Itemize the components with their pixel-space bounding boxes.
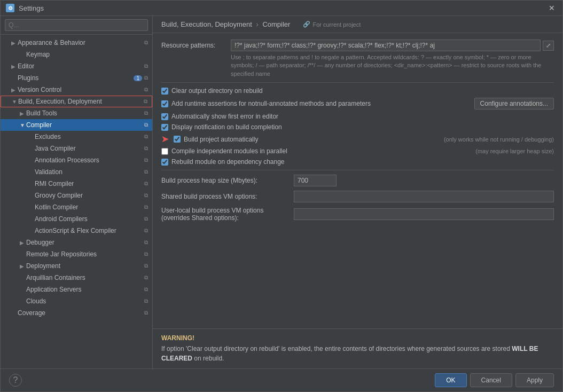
copy-icon: ⧉ (144, 40, 148, 46)
sidebar-item-compiler[interactable]: ▼ Compiler ⧉ (1, 119, 152, 131)
clear-output-checkbox[interactable] (161, 88, 168, 95)
breadcrumb-parent: Build, Execution, Deployment (161, 20, 252, 28)
add-assertions-row: Add runtime assertions for notnull-annot… (161, 98, 554, 109)
cancel-button[interactable]: Cancel (470, 373, 512, 387)
sidebar-item-debugger[interactable]: ▶ Debugger ⧉ (1, 237, 152, 248)
divider-1 (161, 82, 554, 83)
warning-box: WARNING! If option 'Clear output directo… (153, 328, 562, 369)
clear-output-row: Clear output directory on rebuild (161, 87, 554, 95)
shared-vm-row: Shared build process VM options: (161, 191, 554, 202)
sidebar-item-groovy-compiler[interactable]: Groovy Compiler ⧉ (1, 190, 152, 201)
resource-patterns-row: Resource patterns: ⤢ Use ; to separate p… (161, 40, 554, 78)
sidebar-item-deployment[interactable]: ▶ Deployment ⧉ (1, 260, 152, 272)
settings-dialog: ⚙ Settings ✕ ▶ Appearance & Behavior ⧉ (0, 0, 563, 392)
search-box (1, 16, 152, 35)
title-bar-left: ⚙ Settings (6, 4, 44, 12)
rebuild-module-checkbox[interactable] (161, 159, 168, 166)
shared-vm-label: Shared build process VM options: (161, 193, 290, 200)
sidebar-item-excludes[interactable]: Excludes ⧉ (1, 131, 152, 143)
sidebar-item-appearance[interactable]: ▶ Appearance & Behavior ⧉ (1, 37, 152, 49)
sidebar-item-build-tools[interactable]: ▶ Build Tools ⧉ (1, 107, 152, 119)
compile-parallel-label: Compile independent modules in parallel (171, 147, 468, 155)
close-button[interactable]: ✕ (546, 4, 557, 12)
sidebar-item-coverage[interactable]: Coverage ⧉ (1, 307, 152, 319)
sidebar-item-android-compilers[interactable]: Android Compilers ⧉ (1, 213, 152, 225)
right-panel: Build, Execution, Deployment › Compiler … (153, 16, 562, 369)
user-local-vm-input[interactable] (294, 208, 554, 220)
breadcrumb: Build, Execution, Deployment › Compiler (161, 20, 290, 28)
sidebar-item-label: Java Compiler (35, 145, 142, 152)
sidebar-item-build-execution[interactable]: ▼ Build, Execution, Deployment ⧉ (1, 96, 152, 107)
user-local-vm-label: User-local build process VM options (ove… (161, 207, 290, 222)
sidebar-item-label: Application Servers (26, 286, 142, 293)
sidebar-item-plugins[interactable]: Plugins 1 ⧉ (1, 72, 152, 84)
sidebar-item-label: Coverage (18, 309, 142, 317)
sidebar-item-annotation-processors[interactable]: Annotation Processors ⧉ (1, 154, 152, 166)
arrow-icon: ▼ (20, 122, 26, 128)
sidebar-item-clouds[interactable]: Clouds ⧉ (1, 295, 152, 307)
bottom-bar: ? OK Cancel Apply (1, 369, 562, 391)
resource-input-row: ⤢ (231, 40, 554, 51)
app-icon: ⚙ (6, 4, 14, 12)
sidebar-item-label: Editor (18, 62, 142, 70)
heap-size-label: Build process heap size (Mbytes): (161, 177, 290, 184)
heap-size-input[interactable] (294, 175, 337, 186)
warning-text: If option 'Clear output directory on reb… (161, 344, 554, 363)
chain-icon: 🔗 (303, 21, 310, 28)
sidebar-item-label: Excludes (35, 133, 142, 140)
panel-header: Build, Execution, Deployment › Compiler … (153, 16, 562, 33)
sidebar-item-kotlin-compiler[interactable]: Kotlin Compiler ⧉ (1, 201, 152, 213)
warning-title: WARNING! (161, 334, 554, 342)
sidebar-item-label: Build Tools (26, 109, 142, 117)
copy-icon: ⧉ (144, 134, 148, 140)
sidebar-item-java-compiler[interactable]: Java Compiler ⧉ (1, 143, 152, 154)
sidebar-item-remote-jar[interactable]: Remote Jar Repositories ⧉ (1, 248, 152, 260)
main-content: ▶ Appearance & Behavior ⧉ Keymap ▶ Edito… (1, 16, 562, 369)
apply-button[interactable]: Apply (515, 373, 554, 387)
red-arrow-indicator: ➤ (161, 134, 168, 144)
sidebar-item-app-servers[interactable]: Application Servers ⧉ (1, 284, 152, 295)
sidebar-item-label: Debugger (26, 239, 142, 246)
build-auto-note: (only works while not running / debuggin… (444, 136, 554, 143)
sidebar-item-validation[interactable]: Validation ⧉ (1, 166, 152, 178)
copy-icon: ⧉ (144, 157, 148, 163)
copy-icon: ⧉ (144, 145, 148, 152)
add-assertions-label: Add runtime assertions for notnull-annot… (171, 100, 471, 107)
sidebar-item-rmi-compiler[interactable]: RMI Compiler ⧉ (1, 178, 152, 190)
search-input[interactable] (5, 19, 148, 31)
sidebar-item-arquillian[interactable]: Arquillian Containers ⧉ (1, 272, 152, 284)
copy-icon: ⧉ (144, 204, 148, 210)
for-project-label: For current project (312, 21, 361, 28)
display-notification-row: Display notification on build completion (161, 123, 554, 131)
sidebar-item-keymap[interactable]: Keymap (1, 49, 152, 60)
display-notification-checkbox[interactable] (161, 124, 168, 131)
compile-parallel-checkbox[interactable] (161, 148, 168, 155)
sidebar-item-label: Annotation Processors (35, 156, 142, 164)
resource-expand-button[interactable]: ⤢ (543, 41, 554, 51)
copy-icon: ⧉ (144, 122, 148, 128)
sidebar-item-label: Plugins (18, 74, 131, 82)
clear-output-label: Clear output directory on rebuild (171, 87, 554, 95)
panel-body: Resource patterns: ⤢ Use ; to separate p… (153, 33, 562, 328)
sidebar-item-label: Deployment (26, 262, 142, 270)
copy-icon: ⧉ (144, 75, 148, 81)
add-assertions-checkbox[interactable] (161, 100, 168, 107)
title-bar: ⚙ Settings ✕ (1, 1, 562, 16)
ok-button[interactable]: OK (435, 373, 466, 387)
sidebar-item-version-control[interactable]: ▶ Version Control ⧉ (1, 84, 152, 96)
configure-annotations-button[interactable]: Configure annotations... (474, 98, 554, 109)
copy-icon: ⧉ (144, 286, 148, 293)
help-button[interactable]: ? (9, 374, 22, 387)
resource-patterns-input[interactable] (231, 40, 541, 51)
copy-icon: ⧉ (144, 310, 148, 316)
show-first-error-checkbox[interactable] (161, 113, 168, 120)
for-current-project: 🔗 For current project (303, 21, 361, 28)
warning-text-normal: If option 'Clear output directory on reb… (161, 345, 512, 352)
sidebar-item-editor[interactable]: ▶ Editor ⧉ (1, 60, 152, 72)
sidebar-item-label: Validation (35, 168, 142, 176)
sidebar-item-actionscript[interactable]: ActionScript & Flex Compiler ⧉ (1, 225, 152, 237)
copy-icon: ⧉ (144, 263, 148, 269)
build-auto-row: ➤ Build project automatically (only work… (161, 134, 554, 144)
build-auto-checkbox[interactable] (174, 136, 181, 143)
shared-vm-input[interactable] (294, 191, 554, 202)
